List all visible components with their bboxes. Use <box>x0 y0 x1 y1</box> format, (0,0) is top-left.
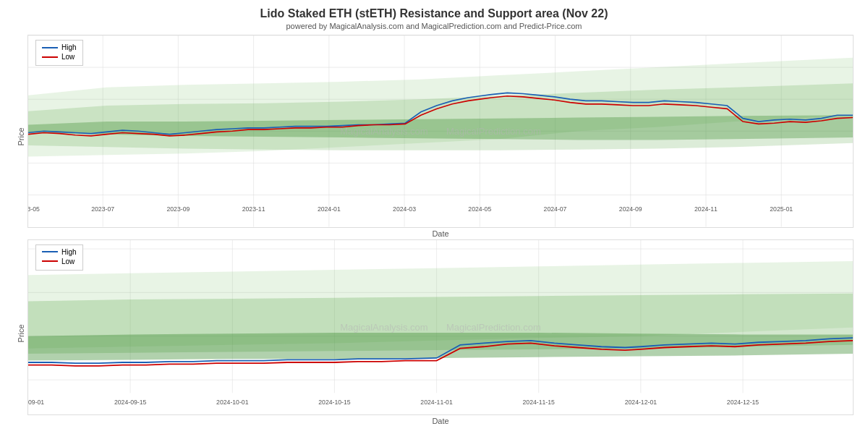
top-chart-legend: High Low <box>35 40 83 66</box>
bottom-y-axis-label: Price <box>14 239 27 427</box>
legend-high-label: High <box>61 43 77 51</box>
charts-wrapper: Price High Low Magic <box>14 35 854 427</box>
svg-text:2024-10-15: 2024-10-15 <box>318 398 350 406</box>
svg-text:2024-03: 2024-03 <box>393 205 416 212</box>
bottom-legend-low: Low <box>42 258 77 265</box>
subtitle: powered by MagicalAnalysis.com and Magic… <box>286 22 582 30</box>
legend-high: High <box>42 43 77 51</box>
svg-text:2024-10-01: 2024-10-01 <box>216 398 248 406</box>
bottom-high-line-icon <box>42 251 58 252</box>
bottom-x-axis-label: Date <box>27 415 854 427</box>
svg-text:2024-05: 2024-05 <box>468 205 491 212</box>
svg-text:2023-07: 2023-07 <box>91 205 114 212</box>
svg-text:2023-05: 2023-05 <box>28 205 40 212</box>
page-container: Lido Staked ETH (stETH) Resistance and S… <box>0 0 868 434</box>
top-y-axis-label: Price <box>14 35 27 239</box>
svg-text:2024-01: 2024-01 <box>318 205 341 212</box>
top-chart-svg-wrapper: High Low MagicalAnalysis.com MagicalPred… <box>27 35 854 228</box>
top-chart-panel: Price High Low Magic <box>14 35 854 239</box>
svg-text:2024-09: 2024-09 <box>619 205 642 212</box>
svg-text:2025-01: 2025-01 <box>770 205 793 212</box>
bottom-legend-low-label: Low <box>61 258 75 265</box>
legend-low: Low <box>42 53 77 61</box>
top-chart-svg: -2000 0 2000 4000 6000 8000 2023-05 2023… <box>28 35 853 227</box>
bottom-legend-high: High <box>42 248 77 256</box>
svg-text:2024-07: 2024-07 <box>544 205 567 212</box>
svg-text:2024-12-15: 2024-12-15 <box>727 398 759 406</box>
legend-low-label: Low <box>61 53 75 61</box>
svg-text:2023-11: 2023-11 <box>242 205 265 212</box>
svg-text:2024-12-01: 2024-12-01 <box>625 398 657 406</box>
top-chart-area: High Low MagicalAnalysis.com MagicalPred… <box>27 35 854 239</box>
high-line-icon <box>42 47 58 48</box>
bottom-legend-high-label: High <box>61 248 77 256</box>
svg-text:2024-11: 2024-11 <box>694 205 718 212</box>
bottom-low-line-icon <box>42 260 58 262</box>
main-title: Lido Staked ETH (stETH) Resistance and S… <box>260 7 608 20</box>
svg-text:2023-09: 2023-09 <box>166 205 190 212</box>
svg-text:2024-11-01: 2024-11-01 <box>420 398 452 406</box>
svg-text:2024-11-15: 2024-11-15 <box>523 398 555 406</box>
bottom-chart-legend: High Low <box>35 244 83 271</box>
svg-text:2024-09-01: 2024-09-01 <box>28 398 44 406</box>
top-x-axis-label: Date <box>27 228 854 239</box>
bottom-chart-svg: 2000 4000 6000 8000 2024-09-01 2024-09-1… <box>28 240 853 414</box>
svg-text:2024-09-15: 2024-09-15 <box>114 398 146 406</box>
bottom-chart-svg-wrapper: High Low MagicalAnalysis.com MagicalPred… <box>27 239 854 415</box>
bottom-chart-panel: Price High Low Magic <box>14 239 854 427</box>
bottom-chart-area: High Low MagicalAnalysis.com MagicalPred… <box>27 239 854 427</box>
low-line-icon <box>42 56 58 58</box>
